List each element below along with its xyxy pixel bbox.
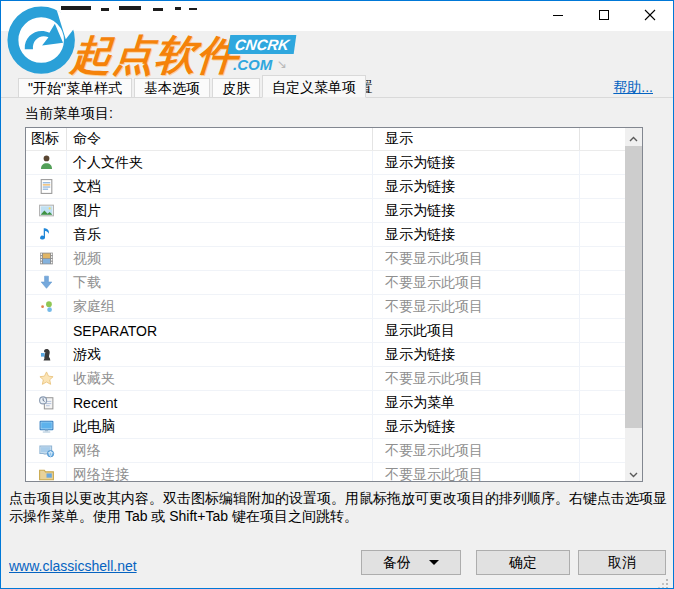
row-icon-cell[interactable] bbox=[26, 439, 67, 462]
table-row[interactable]: 下载不要显示此项目 bbox=[26, 271, 625, 295]
row-empty-cell bbox=[580, 367, 625, 390]
row-display-cell[interactable]: 显示为链接 bbox=[373, 415, 580, 438]
row-display-cell[interactable]: 显示为链接 bbox=[373, 175, 580, 198]
row-display-cell[interactable]: 显示此项目 bbox=[373, 319, 580, 342]
table-row[interactable]: 网络连接不要显示此项目 bbox=[26, 463, 625, 481]
table-row[interactable]: 游戏显示为链接 bbox=[26, 343, 625, 367]
close-button[interactable] bbox=[627, 1, 673, 31]
row-icon-cell[interactable] bbox=[26, 463, 67, 481]
row-display-cell[interactable]: 不要显示此项目 bbox=[373, 367, 580, 390]
backup-button[interactable]: 备份 bbox=[361, 550, 461, 575]
row-icon-cell[interactable] bbox=[26, 199, 67, 222]
ok-button-label: 确定 bbox=[509, 554, 537, 572]
row-command-cell[interactable]: 下载 bbox=[67, 271, 373, 294]
row-icon-cell[interactable] bbox=[26, 415, 67, 438]
tab-page-custom-menu-items: 当前菜单项目: 图标 命令 显示 个人文件夹显示为链接文档显示为链接图片显示为链… bbox=[1, 99, 673, 525]
row-empty-cell bbox=[580, 295, 625, 318]
row-icon-cell[interactable] bbox=[26, 223, 67, 246]
row-display-cell[interactable]: 不要显示此项目 bbox=[373, 247, 580, 270]
tab-3[interactable]: 自定义菜单项 bbox=[262, 75, 366, 98]
row-icon-cell[interactable] bbox=[26, 319, 67, 342]
row-empty-cell bbox=[580, 151, 625, 174]
row-command-cell[interactable]: 音乐 bbox=[67, 223, 373, 246]
table-row[interactable]: 此电脑显示为链接 bbox=[26, 415, 625, 439]
row-icon-cell[interactable] bbox=[26, 247, 67, 270]
row-command-cell[interactable]: 个人文件夹 bbox=[67, 151, 373, 174]
row-display-cell[interactable]: 不要显示此项目 bbox=[373, 439, 580, 462]
maximize-button[interactable] bbox=[581, 1, 627, 31]
table-row[interactable]: 图片显示为链接 bbox=[26, 199, 625, 223]
row-icon-cell[interactable] bbox=[26, 367, 67, 390]
row-command-cell[interactable]: 网络连接 bbox=[67, 463, 373, 481]
column-header-icon[interactable]: 图标 bbox=[26, 128, 67, 150]
minimize-button[interactable] bbox=[535, 1, 581, 31]
watermark-badge: CNCRK bbox=[228, 35, 297, 54]
row-command-cell[interactable]: Recent bbox=[67, 391, 373, 414]
network-connections-icon bbox=[38, 466, 55, 481]
download-icon bbox=[38, 274, 55, 291]
scrollbar-thumb[interactable] bbox=[625, 146, 642, 428]
column-header-command[interactable]: 命令 bbox=[67, 128, 373, 150]
row-display-cell[interactable]: 不要显示此项目 bbox=[373, 295, 580, 318]
row-icon-cell[interactable] bbox=[26, 295, 67, 318]
pictures-icon bbox=[38, 202, 55, 219]
row-display-cell[interactable]: 不要显示此项目 bbox=[373, 463, 580, 481]
table-row[interactable]: 音乐显示为链接 bbox=[26, 223, 625, 247]
video-icon bbox=[38, 250, 55, 267]
row-empty-cell bbox=[580, 343, 625, 366]
row-empty-cell bbox=[580, 247, 625, 270]
scrollbar-down-button[interactable] bbox=[625, 464, 642, 481]
maximize-icon bbox=[598, 8, 610, 24]
cancel-button[interactable]: 取消 bbox=[578, 550, 666, 575]
instructions-text: 点击项目以更改其内容。双击图标编辑附加的设置项。用鼠标拖放可更改项目的排列顺序。… bbox=[9, 489, 669, 525]
row-icon-cell[interactable] bbox=[26, 271, 67, 294]
ok-button[interactable]: 确定 bbox=[476, 550, 570, 575]
scrollbar-up-button[interactable] bbox=[625, 128, 642, 145]
row-display-cell[interactable]: 显示为链接 bbox=[373, 223, 580, 246]
row-empty-cell bbox=[580, 175, 625, 198]
chevron-up-icon bbox=[629, 129, 638, 145]
row-command-cell[interactable]: 文档 bbox=[67, 175, 373, 198]
row-display-cell[interactable]: 显示为链接 bbox=[373, 343, 580, 366]
row-icon-cell[interactable] bbox=[26, 391, 67, 414]
table-row[interactable]: 个人文件夹显示为链接 bbox=[26, 151, 625, 175]
row-icon-cell[interactable] bbox=[26, 151, 67, 174]
row-command-cell[interactable]: 网络 bbox=[67, 439, 373, 462]
user-icon bbox=[38, 154, 55, 171]
resize-grip[interactable] bbox=[666, 579, 668, 581]
row-icon-cell[interactable] bbox=[26, 175, 67, 198]
table-row[interactable]: 文档显示为链接 bbox=[26, 175, 625, 199]
network-icon bbox=[38, 442, 55, 459]
window-controls bbox=[535, 1, 673, 31]
row-display-cell[interactable]: 不要显示此项目 bbox=[373, 271, 580, 294]
table-row[interactable]: SEPARATOR显示此项目 bbox=[26, 319, 625, 343]
chevron-down-icon bbox=[629, 465, 638, 481]
table-row[interactable]: 视频不要显示此项目 bbox=[26, 247, 625, 271]
classicshell-website-link[interactable]: www.classicshell.net bbox=[9, 558, 137, 574]
settings-window: 显示所有设置 帮助... 起点软件 CNCRK .COM ↘ "开始"菜单样式基… bbox=[0, 0, 674, 589]
row-command-cell[interactable]: 家庭组 bbox=[67, 295, 373, 318]
table-row[interactable]: Recent显示为菜单 bbox=[26, 391, 625, 415]
row-command-cell[interactable]: 此电脑 bbox=[67, 415, 373, 438]
row-empty-cell bbox=[580, 271, 625, 294]
row-empty-cell bbox=[580, 319, 625, 342]
row-command-cell[interactable]: 游戏 bbox=[67, 343, 373, 366]
table-row[interactable]: 收藏夹不要显示此项目 bbox=[26, 367, 625, 391]
row-display-cell[interactable]: 显示为链接 bbox=[373, 151, 580, 174]
title-bar bbox=[1, 1, 673, 31]
table-row[interactable]: 网络不要显示此项目 bbox=[26, 439, 625, 463]
row-display-cell[interactable]: 显示为链接 bbox=[373, 199, 580, 222]
table-row[interactable]: 家庭组不要显示此项目 bbox=[26, 295, 625, 319]
vertical-scrollbar[interactable] bbox=[625, 128, 642, 481]
homegroup-icon bbox=[38, 298, 55, 315]
footer-bar: www.classicshell.net 备份 确定 取消 bbox=[1, 542, 673, 588]
row-command-cell[interactable]: 图片 bbox=[67, 199, 373, 222]
favorites-icon bbox=[38, 370, 55, 387]
row-command-cell[interactable]: SEPARATOR bbox=[67, 319, 373, 342]
watermark-badge-suffix: .COM bbox=[233, 56, 272, 73]
column-header-display[interactable]: 显示 bbox=[373, 128, 580, 150]
row-command-cell[interactable]: 收藏夹 bbox=[67, 367, 373, 390]
row-command-cell[interactable]: 视频 bbox=[67, 247, 373, 270]
row-icon-cell[interactable] bbox=[26, 343, 67, 366]
row-display-cell[interactable]: 显示为菜单 bbox=[373, 391, 580, 414]
